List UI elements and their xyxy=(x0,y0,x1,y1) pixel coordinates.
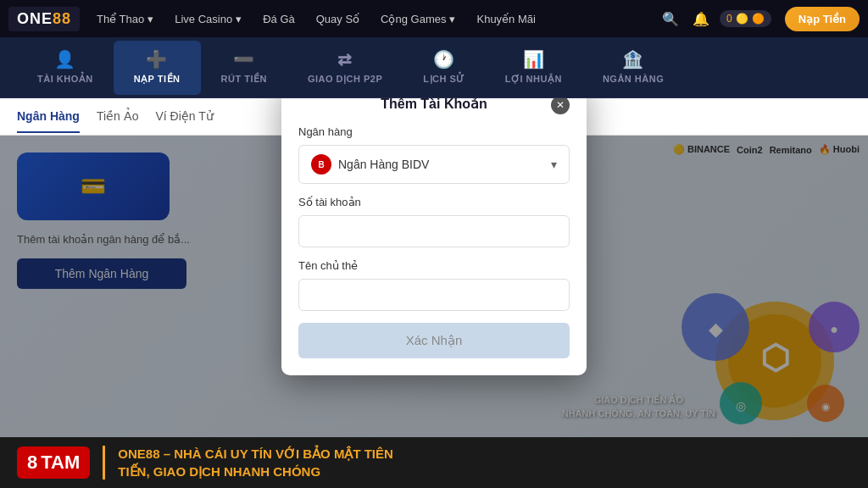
coin-balance: 0 🟡 🟠 xyxy=(720,10,771,27)
nav-icons: 🔍 🔔 0 🟡 🟠 Nạp Tiền xyxy=(659,7,860,31)
sub-tab-ngan-hang[interactable]: Ngân Hàng xyxy=(17,101,80,133)
footer-badge: 8 TAM xyxy=(17,446,90,479)
site-logo[interactable]: ONE88 xyxy=(8,7,80,31)
chevron-down-icon: ▾ xyxy=(449,13,455,25)
logo-text: ONE88 xyxy=(17,10,71,27)
card-holder-input[interactable] xyxy=(298,279,570,311)
clock-icon: 🕐 xyxy=(433,49,455,69)
nav-item-khuyen-mai[interactable]: Khuyến Mãi xyxy=(468,8,543,30)
modal-header: Thêm Tài Khoản ✕ xyxy=(298,98,570,112)
chevron-down-icon: ▾ xyxy=(147,13,153,25)
sub-tab-vi-dien-tu[interactable]: Ví Điện Tử xyxy=(156,101,214,133)
bank-select-dropdown[interactable]: B Ngân Hàng BIDV ▾ xyxy=(298,145,570,184)
chart-icon: 📊 xyxy=(523,49,545,69)
account-number-input[interactable] xyxy=(298,215,570,247)
footer-text: ONE88 – NHÀ CÁI UY TÍN VỚI BẢO MẬT TIÊN … xyxy=(118,445,393,480)
bank-name: Ngân Hàng BIDV xyxy=(338,158,429,171)
tab-tai-khoan[interactable]: 👤 TÀI KHOẢN xyxy=(17,41,114,95)
nav-item-da-ga[interactable]: Đá Gà xyxy=(254,8,303,30)
nap-tien-button[interactable]: Nạp Tiền xyxy=(785,7,860,31)
tab-ngan-hang[interactable]: 🏦 NGÂN HÀNG xyxy=(582,41,684,94)
nav-item-the-thao[interactable]: Thể Thao ▾ xyxy=(88,8,162,30)
account-tabs: 👤 TÀI KHOẢN ➕ NẠP TIỀN ➖ RÚT TIỀN ⇄ GIAO… xyxy=(0,37,868,98)
modal-close-button[interactable]: ✕ xyxy=(551,98,570,114)
minus-icon: ➖ xyxy=(233,49,255,69)
user-icon: 👤 xyxy=(54,49,76,69)
tab-nap-tien[interactable]: ➕ NẠP TIỀN xyxy=(114,41,201,95)
nav-item-quay-so[interactable]: Quay Số xyxy=(308,8,368,30)
tab-giao-dich-p2p[interactable]: ⇄ GIAO DỊCH P2P xyxy=(287,41,403,95)
transfer-icon: ⇄ xyxy=(337,49,353,69)
tab-loi-nhuan[interactable]: 📊 LỢI NHUẬN xyxy=(485,41,582,95)
content-area: 💳 Thêm tài khoản ngân hàng để bắ... Thêm… xyxy=(0,136,868,437)
nav-menu: Thể Thao ▾ Live Casino ▾ Đá Gà Quay Số C… xyxy=(88,8,659,30)
chevron-down-icon: ▾ xyxy=(551,158,557,171)
nav-item-live-casino[interactable]: Live Casino ▾ xyxy=(166,8,250,30)
card-holder-label: Tên chủ thẻ xyxy=(298,259,570,272)
bank-label: Ngân hàng xyxy=(298,125,570,138)
plus-icon: ➕ xyxy=(146,49,168,69)
main-content: Ngân Hàng Tiền Ảo Ví Điện Tử 💳 Thêm tài … xyxy=(0,98,868,437)
account-number-label: Số tài khoản xyxy=(298,196,570,208)
tab-rut-tien[interactable]: ➖ RÚT TIỀN xyxy=(201,41,287,95)
top-navigation: ONE88 Thể Thao ▾ Live Casino ▾ Đá Gà Qua… xyxy=(0,0,868,37)
search-icon[interactable]: 🔍 xyxy=(659,8,682,30)
add-account-modal: Thêm Tài Khoản ✕ Ngân hàng B Ngân Hàng B… xyxy=(281,98,587,375)
footer-banner: 8 TAM ONE88 – NHÀ CÁI UY TÍN VỚI BẢO MẬT… xyxy=(0,437,868,488)
bank-icon: 🏦 xyxy=(622,49,644,69)
bell-icon[interactable]: 🔔 xyxy=(689,8,713,30)
modal-title: Thêm Tài Khoản xyxy=(381,98,487,112)
sub-tab-tien-ao[interactable]: Tiền Ảo xyxy=(97,101,139,133)
chevron-down-icon: ▾ xyxy=(236,13,242,25)
bidv-icon: B xyxy=(311,154,331,175)
footer-divider xyxy=(103,446,105,480)
nav-item-cong-games[interactable]: Cộng Games ▾ xyxy=(372,8,464,30)
confirm-button[interactable]: Xác Nhận xyxy=(298,323,570,358)
tab-lich-su[interactable]: 🕐 LỊCH SỬ xyxy=(403,41,485,95)
bank-select-left: B Ngân Hàng BIDV xyxy=(311,154,429,175)
